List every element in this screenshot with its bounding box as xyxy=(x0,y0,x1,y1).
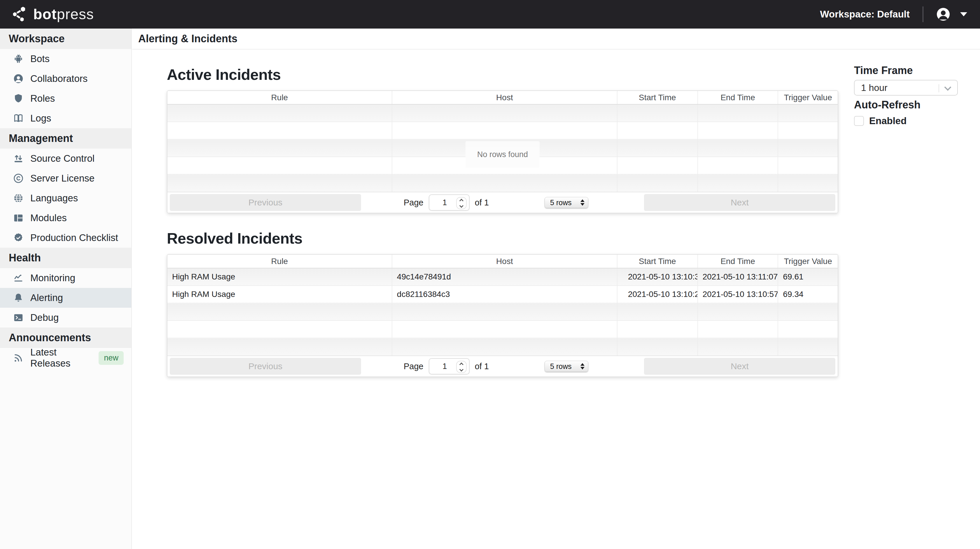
rows-per-page-value: 5 rows xyxy=(550,362,572,371)
column-header-start-time[interactable]: Start Time xyxy=(617,91,698,104)
column-header-end-time[interactable]: End Time xyxy=(698,91,778,104)
table-row xyxy=(167,338,838,355)
stepper-down-icon xyxy=(460,367,463,371)
cell-host: dc82116384c3 xyxy=(392,286,617,303)
sidebar-item-label: Collaborators xyxy=(30,73,88,84)
table-row xyxy=(167,104,838,122)
next-page-button[interactable]: Next xyxy=(644,358,835,375)
bell-icon xyxy=(13,292,24,303)
time-frame-value: 1 hour xyxy=(861,83,888,93)
top-bar: botpress Workspace: Default xyxy=(0,0,980,29)
sidebar-item-latest-releases[interactable]: Latest Releases new xyxy=(0,348,131,368)
page-number-stepper[interactable] xyxy=(456,197,467,209)
robot-icon xyxy=(13,53,24,64)
sidebar-item-label: Server License xyxy=(30,173,94,184)
certificate-check-icon xyxy=(13,232,24,243)
page-number-stepper[interactable] xyxy=(456,361,467,373)
page-of-label: of 1 xyxy=(475,198,489,208)
stepper-up-icon xyxy=(460,362,463,366)
sidebar-item-collaborators[interactable]: Collaborators xyxy=(0,69,131,89)
workspace-label: Workspace: Default xyxy=(820,9,910,20)
sidebar-item-label: Logs xyxy=(30,113,51,124)
sidebar-item-label: Source Control xyxy=(30,153,94,164)
rows-per-page-select[interactable]: 5 rows xyxy=(544,197,588,208)
cell-trigger-value: 69.34 xyxy=(778,286,838,303)
table-header-row: Rule Host Start Time End Time Trigger Va… xyxy=(167,91,838,104)
logo-bold: bot xyxy=(33,6,57,22)
time-frame-label: Time Frame xyxy=(854,65,959,76)
column-header-host[interactable]: Host xyxy=(392,255,617,268)
chevron-down-icon xyxy=(944,84,951,90)
cell-start-time: 2021-05-10 13:10:27 xyxy=(617,286,698,303)
table-row[interactable]: High RAM Usage dc82116384c3 2021-05-10 1… xyxy=(167,286,838,303)
column-header-trigger-value[interactable]: Trigger Value xyxy=(778,91,838,104)
auto-refresh-row: Enabled xyxy=(854,116,959,127)
page-number-input-wrapper xyxy=(429,358,469,374)
page-number-input-wrapper xyxy=(429,194,469,211)
cell-end-time: 2021-05-10 13:10:57 xyxy=(698,286,778,303)
column-header-end-time[interactable]: End Time xyxy=(698,255,778,268)
stepper-down-icon xyxy=(460,203,463,208)
book-icon xyxy=(13,113,24,124)
sidebar-item-source-control[interactable]: Source Control xyxy=(0,149,131,168)
active-pagination: Previous Page of 1 5 rows Next xyxy=(167,192,838,213)
sidebar-item-languages[interactable]: Languages xyxy=(0,188,131,208)
sidebar-item-label: Production Checklist xyxy=(30,232,118,243)
active-incidents-table: Rule Host Start Time End Time Trigger Va… xyxy=(167,90,838,213)
sidebar-item-logs[interactable]: Logs xyxy=(0,108,131,128)
resolved-incidents-heading: Resolved Incidents xyxy=(167,230,838,247)
column-header-host[interactable]: Host xyxy=(392,91,617,104)
cell-end-time: 2021-05-10 13:11:07 xyxy=(698,268,778,286)
sidebar-item-label: Latest Releases xyxy=(30,347,92,369)
sidebar-item-label: Languages xyxy=(30,193,78,204)
globe-icon xyxy=(13,193,24,204)
user-avatar[interactable] xyxy=(936,7,950,21)
resolved-incidents-table: Rule Host Start Time End Time Trigger Va… xyxy=(167,254,838,377)
user-avatar-icon xyxy=(936,7,950,21)
enabled-label: Enabled xyxy=(869,116,907,127)
previous-page-button[interactable]: Previous xyxy=(170,194,361,211)
table-row xyxy=(167,174,838,192)
sidebar-item-label: Bots xyxy=(30,53,49,64)
table-row xyxy=(167,303,838,321)
column-header-trigger-value[interactable]: Trigger Value xyxy=(778,255,838,268)
user-circle-icon xyxy=(13,73,24,84)
sidebar-item-alerting[interactable]: Alerting xyxy=(0,288,131,308)
logo-light: press xyxy=(57,6,94,22)
sidebar-item-roles[interactable]: Roles xyxy=(0,89,131,108)
table-row[interactable]: High RAM Usage 49c14e78491d 2021-05-10 1… xyxy=(167,268,838,286)
column-header-start-time[interactable]: Start Time xyxy=(617,255,698,268)
topbar-divider xyxy=(923,6,923,22)
cell-host: 49c14e78491d xyxy=(392,268,617,286)
sidebar-section-announcements: Announcements xyxy=(0,327,131,348)
next-page-button[interactable]: Next xyxy=(644,194,835,211)
column-header-rule[interactable]: Rule xyxy=(167,255,392,268)
botpress-logo: botpress xyxy=(11,5,94,23)
page-title: Alerting & Incidents xyxy=(138,33,237,45)
sidebar-item-modules[interactable]: Modules xyxy=(0,208,131,228)
select-arrows-icon xyxy=(581,363,584,370)
sidebar-item-label: Modules xyxy=(30,213,67,224)
sidebar-item-server-license[interactable]: Server License xyxy=(0,168,131,188)
active-incidents-heading: Active Incidents xyxy=(167,66,838,83)
sidebar-item-bots[interactable]: Bots xyxy=(0,49,131,69)
botpress-logo-icon xyxy=(11,5,27,23)
select-divider xyxy=(939,84,939,92)
sidebar-section-workspace: Workspace xyxy=(0,29,131,49)
chart-line-icon xyxy=(13,273,24,284)
auto-refresh-label: Auto-Refresh xyxy=(854,99,959,111)
sidebar-section-management: Management xyxy=(0,128,131,149)
column-header-rule[interactable]: Rule xyxy=(167,91,392,104)
sidebar-item-production-checklist[interactable]: Production Checklist xyxy=(0,228,131,248)
auto-refresh-checkbox[interactable] xyxy=(854,116,864,126)
sidebar-item-debug[interactable]: Debug xyxy=(0,308,131,327)
sidebar-item-monitoring[interactable]: Monitoring xyxy=(0,268,131,288)
main-content: Active Incidents Rule Host Start Time En… xyxy=(167,49,838,377)
time-frame-select[interactable]: 1 hour xyxy=(854,80,958,95)
chevron-down-icon[interactable] xyxy=(960,12,967,16)
empty-state-message: No rows found xyxy=(466,141,539,168)
rows-per-page-select[interactable]: 5 rows xyxy=(544,361,588,372)
sidebar: Workspace Bots Collaborators Roles xyxy=(0,29,132,549)
select-arrows-icon xyxy=(581,199,584,206)
previous-page-button[interactable]: Previous xyxy=(170,358,361,375)
